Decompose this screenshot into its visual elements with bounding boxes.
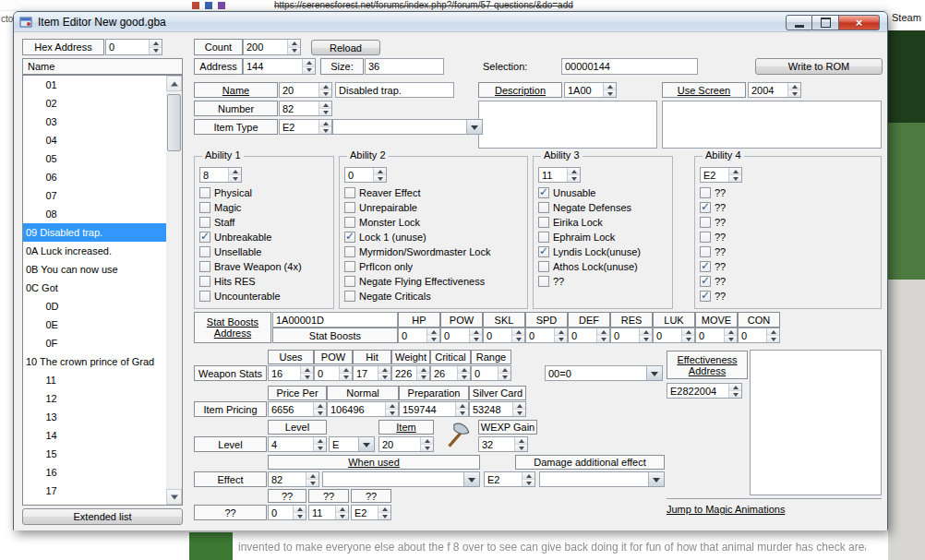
spin-up-icon[interactable] (458, 366, 470, 374)
spinner-buttons[interactable] (293, 506, 306, 519)
spinner-buttons[interactable] (511, 328, 524, 342)
size-textbox[interactable]: 36 (365, 58, 444, 75)
spin-down-icon[interactable] (512, 336, 524, 342)
spin-down-icon[interactable] (294, 513, 306, 519)
spin-down-icon[interactable] (301, 374, 313, 380)
def-spinner[interactable]: 0 (568, 328, 610, 343)
critical-spinner[interactable]: 26 (430, 365, 471, 381)
spin-down-icon[interactable] (288, 48, 300, 55)
uses-spinner[interactable]: 16 (268, 365, 314, 381)
list-item[interactable]: 0A Luck increased. (23, 242, 166, 260)
spin-down-icon[interactable] (314, 410, 326, 416)
spin-up-icon[interactable] (303, 59, 315, 67)
price-per-spinner[interactable]: 6656 (268, 401, 327, 417)
spin-up-icon[interactable] (555, 328, 567, 336)
bookmark-icon[interactable] (218, 2, 225, 9)
list-item[interactable]: 07 (23, 186, 166, 205)
spin-up-icon[interactable] (378, 506, 390, 513)
chevron-down-icon[interactable] (466, 120, 482, 134)
spin-up-icon[interactable] (513, 402, 525, 410)
spinner-buttons[interactable] (318, 120, 331, 134)
spinner-buttons[interactable] (514, 437, 527, 451)
checkbox-lyndis-lock[interactable]: Lyndis Lock(unuse) (538, 245, 641, 258)
list-item[interactable]: 15 (23, 445, 166, 463)
name-textbox[interactable]: Disabled trap. (335, 82, 454, 98)
spin-up-icon[interactable] (640, 328, 652, 336)
checkbox-unbreakable[interactable]: Unbreakable (199, 231, 271, 244)
spin-up-icon[interactable] (568, 168, 580, 175)
description-textarea[interactable] (478, 101, 657, 149)
unknown-spinner-3[interactable]: E2 (351, 505, 391, 520)
spin-up-icon[interactable] (319, 120, 331, 127)
damage-effect-dropdown[interactable] (539, 471, 665, 487)
count-spinner[interactable]: 200 (243, 39, 301, 55)
list-item[interactable]: 06 (23, 168, 166, 186)
spinner-buttons[interactable] (469, 328, 482, 342)
effectiveness-spinner[interactable]: E2822004 (667, 383, 742, 399)
spinner-buttons[interactable] (498, 366, 511, 380)
spin-down-icon[interactable] (427, 336, 439, 342)
spinner-buttons[interactable] (300, 366, 313, 380)
list-scrollbar[interactable] (166, 76, 182, 505)
rank-dropdown[interactable]: E (329, 436, 375, 452)
spin-down-icon[interactable] (421, 445, 433, 451)
close-button[interactable] (839, 15, 880, 30)
spin-down-icon[interactable] (336, 513, 348, 519)
spin-down-icon[interactable] (374, 175, 386, 182)
spin-down-icon[interactable] (523, 480, 535, 486)
spin-down-icon[interactable] (729, 175, 741, 182)
spin-up-icon[interactable] (417, 366, 429, 374)
spinner-buttons[interactable] (318, 83, 331, 97)
minimize-button[interactable] (786, 15, 812, 30)
spin-up-icon[interactable] (374, 168, 386, 175)
checkbox-unknown[interactable]: ?? (700, 290, 726, 303)
spin-down-icon[interactable] (340, 374, 352, 380)
spin-up-icon[interactable] (470, 328, 482, 336)
spin-down-icon[interactable] (640, 336, 652, 342)
move-spinner[interactable]: 0 (695, 328, 738, 343)
description-id-spinner[interactable]: 1A00 (564, 82, 617, 98)
spin-down-icon[interactable] (767, 336, 779, 342)
spinner-buttons[interactable] (385, 402, 398, 416)
spin-down-icon[interactable] (725, 336, 737, 342)
checkbox-staff[interactable]: Staff (199, 216, 234, 229)
titlebar[interactable]: Item Editor New good.gba (14, 12, 887, 32)
spin-up-icon[interactable] (301, 366, 313, 374)
spin-up-icon[interactable] (725, 328, 737, 336)
checkbox-brave-weapon[interactable]: Brave Weapon (4x) (199, 260, 302, 273)
checkbox-magic[interactable]: Magic (199, 201, 241, 214)
name-id-spinner[interactable]: 20 (279, 82, 332, 98)
spin-down-icon[interactable] (417, 374, 429, 380)
spin-down-icon[interactable] (378, 513, 390, 519)
damage-effect-spinner[interactable]: E2 (484, 471, 535, 487)
spin-up-icon[interactable] (499, 366, 511, 374)
spinner-buttons[interactable] (522, 472, 535, 486)
spinner-buttons[interactable] (728, 168, 741, 182)
spinner-buttons[interactable] (378, 366, 390, 380)
item-type-dropdown[interactable] (332, 119, 483, 135)
spinner-buttons[interactable] (420, 437, 433, 451)
bookmark-icon[interactable] (205, 2, 212, 9)
list-item[interactable]: 0B You can now use (23, 260, 166, 279)
checkbox-unusable[interactable]: Unusable (538, 186, 595, 199)
skl-spinner[interactable]: 0 (483, 328, 525, 343)
checkbox-prf-icon-only[interactable]: PrfIcon only (344, 260, 413, 273)
ability-1-spinner[interactable]: 8 (199, 167, 242, 183)
spin-down-icon[interactable] (319, 109, 331, 115)
spinner-buttons[interactable] (318, 101, 331, 115)
spinner-buttons[interactable] (512, 402, 525, 416)
spin-down-icon[interactable] (515, 445, 527, 451)
spinner-buttons[interactable] (313, 402, 326, 416)
item-link[interactable]: Item (378, 420, 434, 435)
spin-up-icon[interactable] (515, 437, 527, 445)
when-used-dropdown[interactable] (322, 471, 480, 487)
spinner-buttons[interactable] (373, 168, 386, 182)
spin-up-icon[interactable] (229, 168, 241, 175)
spin-up-icon[interactable] (319, 83, 331, 90)
item-listbox[interactable]: 01 02 03 04 05 06 07 08 09 Disabled trap… (22, 75, 183, 506)
list-item[interactable]: 08 (23, 205, 166, 223)
spin-up-icon[interactable] (604, 83, 616, 90)
ability-3-spinner[interactable]: 11 (538, 167, 581, 183)
checkbox-unknown[interactable]: ?? (700, 186, 726, 199)
wexp-spinner[interactable]: 32 (478, 436, 528, 452)
